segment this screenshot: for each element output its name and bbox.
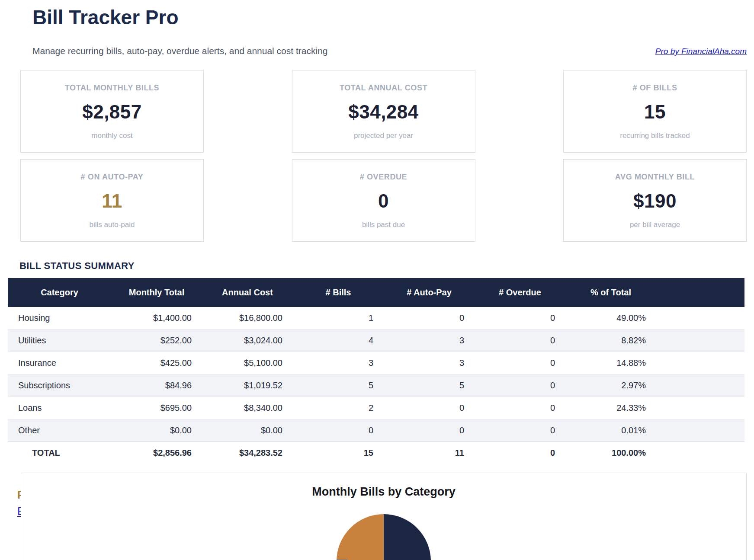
cell-overdue: 0 (475, 374, 565, 397)
cell-autopay: 0 (384, 307, 475, 330)
stat-card-avg-monthly-bill: AVG MONTHLY BILL $190 per bill average (563, 159, 747, 242)
cell-pct: 49.00% (565, 307, 656, 330)
cell-monthly: $252.00 (111, 330, 202, 352)
bill-status-summary-heading: BILL STATUS SUMMARY (19, 260, 135, 272)
cell-autopay: 5 (384, 374, 475, 397)
cell-pct: 100.00% (565, 442, 656, 464)
stat-label: # ON AUTO-PAY (25, 173, 199, 182)
col-header-num-overdue: # Overdue (475, 278, 565, 307)
page-title: Bill Tracker Pro (32, 6, 179, 29)
cell-bills: 15 (293, 442, 384, 464)
subtitle-row: Manage recurring bills, auto-pay, overdu… (32, 46, 747, 56)
stat-sublabel: bills past due (297, 221, 471, 229)
cell-monthly: $695.00 (111, 397, 202, 419)
cell-annual: $3,024.00 (202, 330, 293, 352)
stat-sublabel: bills auto-paid (25, 221, 199, 229)
cell-annual: $5,100.00 (202, 352, 293, 374)
cell-autopay: 0 (384, 419, 475, 442)
table-row-total: TOTAL $2,856.96 $34,283.52 15 11 0 100.0… (8, 442, 744, 464)
stat-label: # OVERDUE (297, 173, 471, 182)
pro-by-financialaha-link[interactable]: Pro by FinancialAha.com (655, 47, 747, 56)
cell-annual: $16,800.00 (202, 307, 293, 330)
cell-category: Other (8, 419, 111, 442)
bill-tracker-page: Bill Tracker Pro Manage recurring bills,… (0, 0, 754, 560)
cell-autopay: 3 (384, 352, 475, 374)
table-row-loans: Loans $695.00 $8,340.00 2 0 0 24.33% (8, 397, 744, 419)
cell-monthly: $84.96 (111, 374, 202, 397)
stat-card-overdue: # OVERDUE 0 bills past due (292, 159, 475, 242)
chart-title: Monthly Bills by Category (21, 485, 746, 499)
col-header-monthly-total: Monthly Total (111, 278, 202, 307)
cell-category: Insurance (8, 352, 111, 374)
stat-card-total-monthly-bills: TOTAL MONTHLY BILLS $2,857 monthly cost (20, 70, 204, 153)
stat-card-total-annual-cost: TOTAL ANNUAL COST $34,284 projected per … (292, 70, 475, 153)
cell-category: Subscriptions (8, 374, 111, 397)
cell-annual: $8,340.00 (202, 397, 293, 419)
page-subtitle: Manage recurring bills, auto-pay, overdu… (32, 46, 328, 56)
col-header-num-autopay: # Auto-Pay (384, 278, 475, 307)
table-row-utilities: Utilities $252.00 $3,024.00 4 3 0 8.82% (8, 330, 744, 352)
cell-bills: 5 (293, 374, 384, 397)
col-header-num-bills: # Bills (293, 278, 384, 307)
col-header-category: Category (8, 278, 111, 307)
table-row-housing: Housing $1,400.00 $16,800.00 1 0 0 49.00… (8, 307, 744, 330)
stat-label: TOTAL ANNUAL COST (297, 83, 471, 93)
cell-annual: $34,283.52 (202, 442, 293, 464)
cell-pct: 8.82% (565, 330, 656, 352)
cell-bills: 0 (293, 419, 384, 442)
cell-annual: $1,019.52 (202, 374, 293, 397)
cell-monthly: $0.00 (111, 419, 202, 442)
cell-overdue: 0 (475, 397, 565, 419)
table-header-row: Category Monthly Total Annual Cost # Bil… (8, 278, 744, 307)
cell-autopay: 11 (384, 442, 475, 464)
cell-category: Utilities (8, 330, 111, 352)
stat-value: 11 (25, 190, 199, 212)
cell-pct: 24.33% (565, 397, 656, 419)
stat-card-number-of-bills: # OF BILLS 15 recurring bills tracked (563, 70, 747, 153)
cell-overdue: 0 (475, 330, 565, 352)
table-row-other: Other $0.00 $0.00 0 0 0 0.01% (8, 419, 744, 442)
table-row-subscriptions: Subscriptions $84.96 $1,019.52 5 5 0 2.9… (8, 374, 744, 397)
cell-category: TOTAL (8, 442, 111, 464)
table-row-insurance: Insurance $425.00 $5,100.00 3 3 0 14.88% (8, 352, 744, 374)
chart-panel: Monthly Bills by Category (21, 473, 747, 560)
stat-sublabel: per bill average (568, 221, 742, 229)
cell-annual: $0.00 (202, 419, 293, 442)
cell-overdue: 0 (475, 419, 565, 442)
stat-value: 15 (568, 101, 742, 123)
stat-sublabel: projected per year (297, 131, 471, 140)
cell-monthly: $425.00 (111, 352, 202, 374)
stat-sublabel: monthly cost (25, 131, 199, 140)
stat-sublabel: recurring bills tracked (568, 131, 742, 140)
col-header-pct-of-total: % of Total (565, 278, 656, 307)
stat-value: 0 (297, 190, 471, 212)
stat-label: TOTAL MONTHLY BILLS (25, 83, 199, 93)
cell-bills: 2 (293, 397, 384, 419)
stat-card-on-auto-pay: # ON AUTO-PAY 11 bills auto-paid (20, 159, 204, 242)
cell-bills: 3 (293, 352, 384, 374)
col-header-spacer (656, 278, 744, 307)
pie-chart (337, 514, 431, 560)
cell-pct: 0.01% (565, 419, 656, 442)
cell-category: Housing (8, 307, 111, 330)
cell-autopay: 3 (384, 330, 475, 352)
stat-value: $190 (568, 190, 742, 212)
cell-bills: 1 (293, 307, 384, 330)
cell-category: Loans (8, 397, 111, 419)
stat-label: # OF BILLS (568, 83, 742, 93)
cell-monthly: $1,400.00 (111, 307, 202, 330)
cell-autopay: 0 (384, 397, 475, 419)
cell-bills: 4 (293, 330, 384, 352)
bill-status-summary-table: Category Monthly Total Annual Cost # Bil… (8, 278, 744, 464)
col-header-annual-cost: Annual Cost (202, 278, 293, 307)
stat-value: $34,284 (297, 101, 471, 123)
stat-value: $2,857 (25, 101, 199, 123)
cell-pct: 14.88% (565, 352, 656, 374)
stat-label: AVG MONTHLY BILL (568, 173, 742, 182)
cell-overdue: 0 (475, 442, 565, 464)
cell-pct: 2.97% (565, 374, 656, 397)
stats-grid: TOTAL MONTHLY BILLS $2,857 monthly cost … (20, 70, 747, 242)
cell-monthly: $2,856.96 (111, 442, 202, 464)
cell-overdue: 0 (475, 307, 565, 330)
cell-overdue: 0 (475, 352, 565, 374)
